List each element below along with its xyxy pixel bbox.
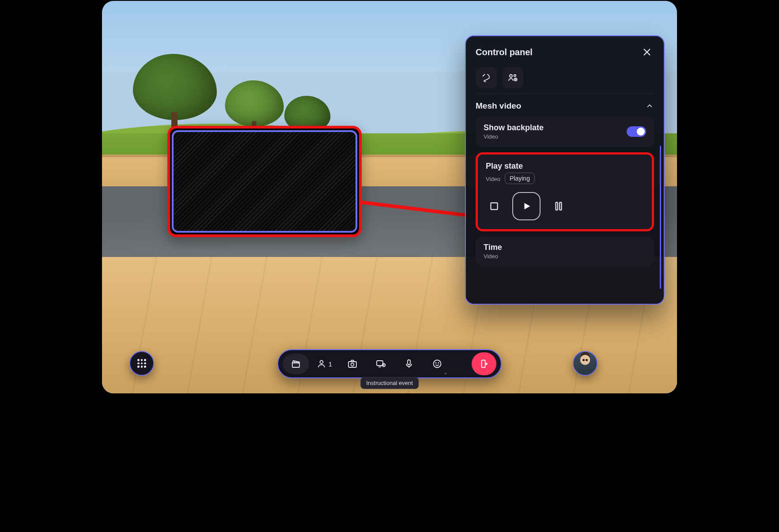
svg-rect-15 (482, 360, 485, 368)
show-backplate-row: Show backplate Video (476, 116, 654, 147)
chevron-up-icon[interactable] (645, 102, 654, 110)
bell-icon (481, 72, 492, 83)
mic-icon (404, 358, 414, 369)
show-backplate-sublabel: Video (484, 133, 544, 140)
chevron-up-icon (443, 371, 448, 376)
show-backplate-toggle[interactable] (627, 126, 646, 137)
camera-button[interactable] (339, 354, 366, 374)
close-icon (642, 47, 652, 57)
control-panel-title: Control panel (476, 47, 533, 57)
event-tools-button[interactable] (283, 354, 309, 374)
svg-point-8 (351, 363, 354, 366)
people-plus-icon (507, 72, 518, 83)
apps-menu-button[interactable] (129, 351, 154, 376)
person-icon (316, 358, 327, 369)
svg-rect-3 (491, 203, 497, 209)
time-label: Time (484, 243, 646, 252)
leave-icon (479, 359, 489, 369)
profile-avatar-button[interactable] (573, 351, 597, 376)
pause-icon (553, 200, 564, 212)
play-button[interactable] (512, 192, 541, 220)
time-row: Time Video (476, 237, 654, 266)
avatar-image (574, 352, 597, 375)
svg-point-12 (434, 360, 441, 368)
section-mesh-video-title: Mesh video (476, 101, 521, 111)
svg-rect-4 (556, 202, 558, 210)
play-state-row-highlight: Play state Video Playing (476, 152, 654, 231)
scene-video-screen-highlight (167, 126, 362, 237)
panel-scrollbar[interactable] (660, 146, 661, 289)
show-backplate-label: Show backplate (484, 123, 544, 132)
svg-rect-11 (408, 360, 410, 365)
svg-point-13 (435, 362, 436, 363)
notify-action-button[interactable] (476, 67, 497, 88)
svg-point-0 (510, 75, 512, 77)
participants-count: 1 (329, 360, 332, 368)
pause-button[interactable] (550, 198, 567, 215)
share-screen-button[interactable] (367, 354, 394, 374)
mesh-environment-frame: Control panel Mesh video (101, 0, 678, 394)
toolbar-tooltip: Instructional event (360, 377, 419, 389)
svg-point-6 (320, 361, 323, 364)
clapperboard-icon (291, 358, 301, 369)
time-sublabel: Video (484, 253, 646, 260)
leave-button[interactable] (472, 352, 496, 375)
play-icon (522, 201, 531, 211)
apps-grid-icon (137, 359, 146, 368)
svg-point-14 (438, 362, 439, 363)
stop-button[interactable] (486, 198, 503, 215)
close-button[interactable] (640, 45, 654, 59)
control-panel: Control panel Mesh video (465, 35, 665, 305)
svg-rect-5 (560, 202, 561, 210)
svg-point-1 (514, 75, 516, 76)
play-state-label: Play state (486, 162, 644, 171)
scene-video-content[interactable] (172, 130, 357, 233)
people-action-button[interactable] (502, 67, 523, 88)
play-state-sublabel: Video (486, 176, 500, 182)
svg-rect-7 (348, 362, 356, 367)
camera-icon (347, 358, 358, 369)
participants-button[interactable]: 1 (311, 354, 337, 374)
mic-button[interactable] (396, 354, 422, 374)
screenshare-icon (375, 358, 386, 369)
stop-icon (488, 200, 500, 212)
meeting-toolbar: 1 (277, 349, 502, 378)
reactions-button[interactable] (424, 354, 450, 374)
smile-icon (432, 358, 442, 369)
play-state-status-badge: Playing (505, 173, 535, 184)
